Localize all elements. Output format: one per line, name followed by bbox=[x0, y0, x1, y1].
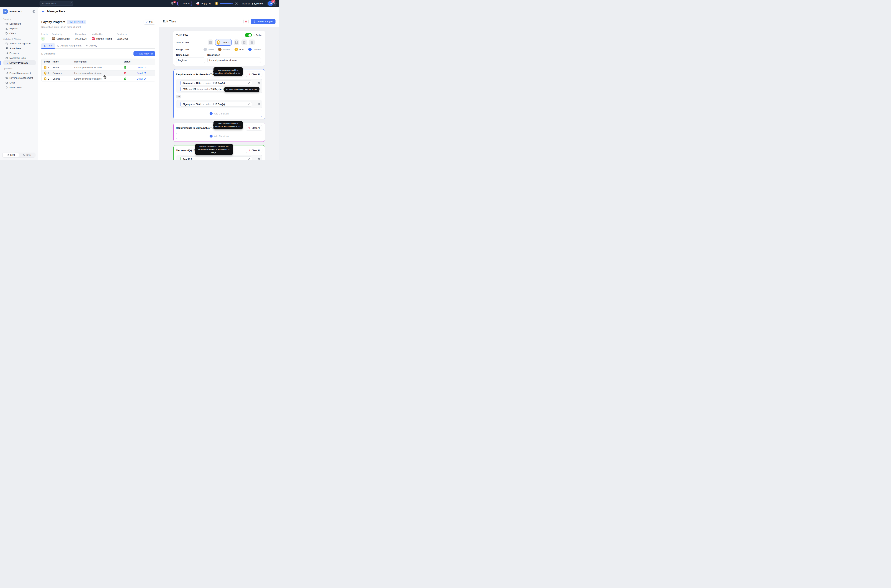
col-description: Description bbox=[74, 60, 118, 63]
sidebar-item-products[interactable]: Products bbox=[0, 51, 38, 56]
delete-tier-button[interactable] bbox=[244, 19, 248, 24]
sidebar: AC Acme Corp Overview Dashboard Reports … bbox=[0, 7, 38, 160]
clear-all-label: Clear All bbox=[251, 149, 260, 152]
edit-condition-icon[interactable] bbox=[248, 103, 250, 105]
level-2-option-selected[interactable]: Level 2 bbox=[215, 39, 232, 46]
sidebar-item-payout-management[interactable]: Payout Management bbox=[0, 70, 38, 75]
trash-icon bbox=[248, 127, 250, 129]
color-silver-option[interactable]: Silver bbox=[203, 48, 214, 51]
bar-chart-icon bbox=[5, 27, 8, 30]
detail-link[interactable]: Detail bbox=[137, 66, 155, 69]
condition-group: Signups>=500in a period of10 Day(s) bbox=[176, 100, 262, 108]
table-row[interactable]: 1 Starter Lorem ipsum dolor sit amet Det… bbox=[42, 64, 155, 70]
user-menu[interactable]: 12 OR bbox=[267, 0, 277, 6]
sidebar-item-label: Dashboard bbox=[9, 22, 21, 25]
add-condition-button[interactable]: Add Condition bbox=[176, 110, 262, 117]
help-icon[interactable]: ? bbox=[235, 2, 238, 5]
language-selector[interactable]: Eng (US) bbox=[202, 2, 211, 5]
bronze-dot bbox=[218, 48, 221, 51]
add-condition-icon[interactable] bbox=[254, 103, 256, 105]
tab-affiliate-assignment[interactable]: Affiliate Assignment bbox=[55, 43, 84, 48]
color-diamond-option[interactable]: Diamond bbox=[248, 48, 262, 51]
levels-count-badge: 4 bbox=[41, 37, 45, 40]
delete-condition-icon[interactable] bbox=[258, 82, 260, 84]
messages-icon[interactable]: 3 bbox=[171, 2, 175, 5]
edit-program-button[interactable]: Edit bbox=[144, 20, 155, 25]
banknote-icon bbox=[5, 76, 8, 79]
reward-row: Deal ID 5 bbox=[181, 156, 260, 160]
sidebar-item-notifications[interactable]: Notifications bbox=[0, 85, 38, 90]
tier-badge-icon bbox=[44, 77, 47, 81]
add-new-tier-button[interactable]: Add New Tier bbox=[134, 51, 155, 56]
add-condition-button[interactable]: Add Condition bbox=[176, 133, 262, 140]
sidebar-collapse-icon[interactable] bbox=[32, 10, 35, 13]
level-3-option[interactable] bbox=[234, 39, 239, 45]
sidebar-item-email[interactable]: Email bbox=[0, 80, 38, 85]
table-row[interactable]: 3 Champ Lorem ipsum dolor sit amet Detai… bbox=[42, 76, 155, 81]
sidebar-item-loyalty-program[interactable]: Loyalty Program bbox=[3, 60, 36, 65]
clear-all-label: Clear All bbox=[251, 127, 260, 129]
sidebar-item-label: Payout Management bbox=[9, 72, 31, 74]
sidebar-item-advertisers[interactable]: Advertisers bbox=[0, 46, 38, 51]
sidebar-item-label: Notifications bbox=[9, 86, 22, 89]
levels-label: Levels bbox=[41, 33, 48, 35]
sidebar-item-revenue-management[interactable]: Revenue Management bbox=[0, 75, 38, 80]
clear-all-rewards-button[interactable]: Clear All bbox=[246, 148, 262, 153]
tab-bar: Tiers Affiliate Assignment Activity bbox=[41, 43, 155, 49]
search-input[interactable] bbox=[42, 2, 70, 5]
level-4-option[interactable]: IV bbox=[241, 39, 247, 45]
sidebar-item-label: Loyalty Program bbox=[9, 62, 28, 64]
envelope-icon bbox=[5, 81, 8, 84]
level-5-option[interactable]: V bbox=[249, 39, 254, 45]
is-active-label: Is Active bbox=[254, 34, 262, 36]
edit-reward-icon[interactable] bbox=[248, 158, 250, 160]
level-1-option[interactable] bbox=[208, 39, 213, 45]
page-title: Manage Tiers bbox=[47, 10, 65, 13]
save-changes-button[interactable]: Save Changes bbox=[251, 19, 275, 24]
table-row[interactable]: 2 Beginner Lorem ipsum dolor sit amet De… bbox=[42, 70, 155, 76]
company-name: Acme Corp bbox=[9, 10, 31, 13]
ask-ai-button[interactable]: Ask AI bbox=[177, 1, 192, 6]
add-condition-icon[interactable] bbox=[254, 82, 256, 84]
tab-tiers[interactable]: Tiers bbox=[41, 43, 55, 48]
color-label: Diamond bbox=[253, 48, 262, 51]
edit-condition-icon[interactable] bbox=[248, 82, 250, 84]
clear-all-maintain-button[interactable]: Clear All bbox=[246, 125, 262, 130]
delete-condition-icon[interactable] bbox=[258, 103, 260, 105]
sidebar-item-dashboard[interactable]: Dashboard bbox=[0, 21, 38, 26]
delete-reward-icon[interactable] bbox=[258, 158, 260, 160]
tab-label: Affiliate Assignment bbox=[60, 44, 81, 47]
theme-light-button[interactable]: Light bbox=[3, 153, 19, 157]
col-level: Level bbox=[42, 60, 53, 63]
clear-all-achieve-button[interactable]: Clear All bbox=[246, 72, 262, 77]
sidebar-item-label: Revenue Management bbox=[9, 76, 33, 79]
sidebar-item-affiliate-management[interactable]: Affiliate Management bbox=[0, 41, 38, 46]
edit-tiers-panel: Edit Tiers Save Changes Tiers Info Is bbox=[159, 16, 279, 160]
status-icon bbox=[124, 72, 126, 75]
add-reward-icon[interactable] bbox=[254, 158, 256, 160]
back-arrow-icon[interactable] bbox=[42, 10, 45, 13]
creator-avatar bbox=[52, 37, 55, 40]
description-input[interactable] bbox=[208, 57, 261, 63]
tab-activity[interactable]: Activity bbox=[84, 43, 99, 48]
tier-description: Lorem ipsum dolor sit amet bbox=[74, 78, 118, 80]
drag-handle-icon[interactable] bbox=[178, 85, 179, 87]
color-gold-option-selected[interactable]: Gold bbox=[235, 48, 244, 51]
level-2-badge-icon bbox=[217, 40, 220, 45]
detail-link[interactable]: Detail bbox=[137, 78, 155, 80]
is-active-toggle[interactable] bbox=[245, 33, 252, 37]
color-bronze-option[interactable]: Bronze bbox=[218, 48, 230, 51]
program-panel: Loyalty Program Plan ID : 219394 Edit De… bbox=[38, 16, 159, 160]
color-label: Bronze bbox=[223, 48, 230, 51]
sidebar-item-reports[interactable]: Reports bbox=[0, 26, 38, 31]
detail-link[interactable]: Detail bbox=[137, 72, 155, 74]
diamond-dot bbox=[248, 48, 251, 51]
name-level-input[interactable] bbox=[176, 57, 205, 63]
theme-dark-button[interactable]: Dark bbox=[19, 153, 35, 157]
maintain-tooltip: Members who meet this condition will ach… bbox=[214, 121, 243, 129]
sidebar-item-offers[interactable]: Offers bbox=[0, 31, 38, 36]
drag-handle-icon[interactable] bbox=[178, 103, 179, 106]
affiliate-search[interactable] bbox=[39, 1, 74, 6]
sidebar-item-marketing-tools[interactable]: Marketing Tools bbox=[0, 56, 38, 60]
badge-color-options: Silver Bronze Gold bbox=[203, 48, 262, 51]
